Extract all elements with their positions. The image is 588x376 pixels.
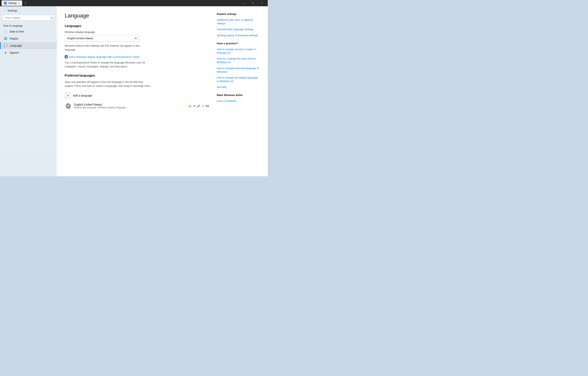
date-time-icon: 🕐: [4, 30, 7, 33]
language-globe-icon: A字: [65, 102, 72, 109]
handwriting-icon: ✍: [188, 104, 192, 108]
main-window: ← Settings 🔍 Time & Language 🕐 Date & ti…: [0, 6, 268, 176]
tab-close-button[interactable]: ✕: [18, 2, 20, 4]
administrative-language-link[interactable]: Administrative language settings: [217, 28, 260, 31]
category-label: Time & Language: [0, 23, 57, 28]
add-tab-button[interactable]: +: [23, 1, 28, 5]
chevron-down-icon: ▾: [135, 37, 137, 40]
change-clock-link[interactable]: How do I change the clock time on Window…: [217, 57, 260, 64]
spelling-typing-link[interactable]: Spelling, typing, & keyboard settings: [217, 34, 260, 37]
change-display-lang-link[interactable]: How to change the display language in Wi…: [217, 76, 260, 83]
related-settings-title: Related settings: [217, 12, 260, 15]
search-bar: 🔍: [2, 15, 54, 21]
add-language-link-text: Add a Windows display language with Loca…: [69, 55, 140, 58]
add-language-desc: Use Local Experience Packs to change the…: [65, 61, 147, 68]
get-help-link[interactable]: Get help: [217, 85, 260, 89]
display-language-desc: Windows features like Settings and File …: [65, 44, 147, 52]
svg-text:A字: A字: [67, 107, 71, 109]
preferred-languages-desc: Apps and websites will appear in the fir…: [65, 80, 151, 88]
sidebar-item-speech-label: Speech: [10, 51, 19, 54]
have-question-section: Have a question? How to change country o…: [217, 42, 260, 89]
display-language-label: Windows display language: [65, 31, 209, 33]
sidebar-item-region[interactable]: 🌐 Region: [0, 35, 57, 42]
back-label: Settings: [7, 9, 17, 12]
svg-rect-1: [5, 2, 6, 3]
close-button[interactable]: ✕: [257, 0, 266, 6]
voice-icon: 🎤: [197, 104, 200, 108]
additional-date-time-link[interactable]: Additional date, time, & regional settin…: [217, 18, 260, 25]
language-description: Default app language, Windows display la…: [74, 106, 186, 109]
speech-badge-icon: 🖥: [192, 104, 196, 108]
right-panel: Related settings Additional date, time, …: [209, 12, 260, 170]
spell-icon: ✏: [201, 104, 205, 108]
languages-section-title: Languages: [65, 24, 209, 28]
speech-icon: 🎙: [4, 51, 7, 54]
preferred-languages-title: Preferred languages: [65, 74, 209, 77]
region-icon: 🌐: [4, 37, 7, 40]
language-badges: ✍ 🖥 🎤 ✏ ⌨: [188, 104, 209, 108]
tab-label: Settings: [8, 2, 17, 4]
local-experience-icon: 🏠: [65, 55, 68, 58]
svg-rect-0: [4, 2, 5, 3]
search-icon[interactable]: 🔍: [50, 16, 53, 19]
display-language-dropdown[interactable]: English (United States) ▾: [65, 35, 139, 42]
add-display-language-link[interactable]: 🏠 Add a Windows display language with Lo…: [65, 55, 140, 58]
sidebar-item-date-time[interactable]: 🕐 Date & time: [0, 28, 57, 35]
change-country-link[interactable]: How to change country or region in Windo…: [217, 48, 260, 55]
content-area: Language Languages Windows display langu…: [57, 6, 268, 176]
page-title: Language: [65, 12, 209, 19]
display-language-value: English (United States): [67, 37, 93, 40]
settings-tab[interactable]: Settings ✕: [1, 0, 22, 6]
sidebar-item-date-time-label: Date & time: [10, 30, 24, 33]
back-icon: ←: [3, 9, 6, 12]
main-content: Language Languages Windows display langu…: [65, 12, 209, 170]
plus-icon: +: [65, 93, 71, 99]
change-keyboard-link[interactable]: How to change keyboard language in Windo…: [217, 67, 260, 74]
sidebar: ← Settings 🔍 Time & Language 🕐 Date & ti…: [0, 6, 57, 176]
make-windows-better-section: Make Windows better Give us feedback: [217, 94, 260, 103]
maximize-button[interactable]: ❐: [248, 0, 257, 6]
language-list-item: A字 English (United States) Default app l…: [65, 100, 209, 111]
titlebar: Settings ✕ + — ❐ ✕: [0, 0, 268, 6]
sidebar-item-language[interactable]: 💬 Language: [0, 42, 57, 49]
svg-rect-2: [4, 3, 5, 4]
have-question-title: Have a question?: [217, 42, 260, 45]
search-input[interactable]: [2, 15, 54, 21]
svg-rect-3: [5, 3, 6, 4]
preferred-languages-section: Preferred languages Apps and websites wi…: [65, 74, 209, 111]
language-icon: 💬: [4, 44, 7, 47]
make-better-title: Make Windows better: [217, 94, 260, 96]
language-name: English (United States): [74, 103, 186, 106]
add-language-label: Add a language: [73, 94, 92, 97]
give-feedback-link[interactable]: Give us feedback: [217, 99, 260, 103]
language-info: English (United States) Default app lang…: [74, 103, 186, 109]
back-button[interactable]: ← Settings: [0, 8, 57, 13]
window-controls: — ❐ ✕: [239, 0, 266, 6]
keyboard-icon: ⌨: [205, 104, 209, 108]
add-language-button[interactable]: + Add a language: [65, 91, 92, 100]
sidebar-item-speech[interactable]: 🎙 Speech: [0, 49, 57, 56]
settings-tab-icon: [4, 2, 7, 4]
minimize-button[interactable]: —: [239, 0, 248, 6]
sidebar-item-region-label: Region: [10, 37, 18, 40]
sidebar-item-language-label: Language: [10, 44, 22, 47]
